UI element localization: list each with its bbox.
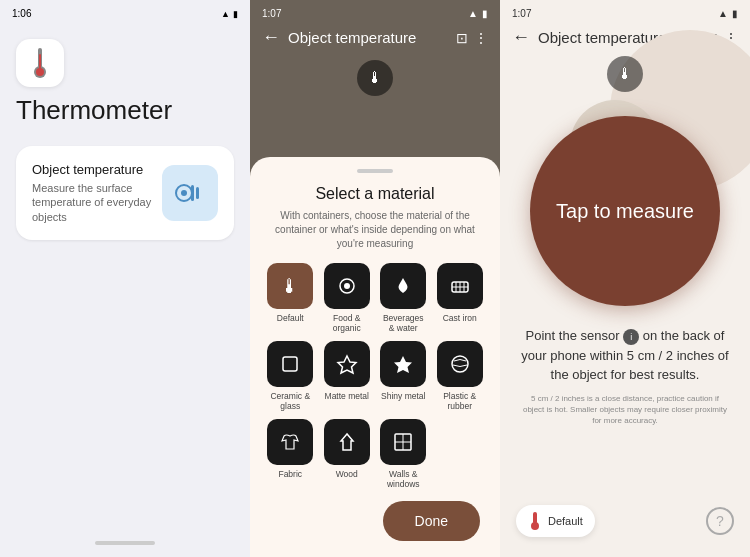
material-item-beverages[interactable]: Beverages & water bbox=[379, 263, 428, 333]
sheet-description: With containers, choose the material of … bbox=[266, 209, 484, 251]
app-title: Thermometer bbox=[16, 95, 234, 126]
material-btn-ceramic[interactable] bbox=[267, 341, 313, 387]
material-btn-wood[interactable] bbox=[324, 419, 370, 465]
material-item-walls[interactable]: Walls & windows bbox=[379, 419, 428, 489]
svg-rect-6 bbox=[196, 187, 199, 199]
material-btn-food[interactable] bbox=[324, 263, 370, 309]
tap-circle-label: Tap to measure bbox=[556, 200, 694, 223]
thermometer-icon bbox=[30, 46, 50, 80]
svg-rect-5 bbox=[191, 185, 194, 201]
default-pill[interactable]: Default bbox=[516, 505, 595, 537]
thermo-indicator-2: 🌡 bbox=[357, 60, 393, 96]
svg-rect-15 bbox=[283, 357, 297, 371]
status-bar-3: 1:07 ▲▮ bbox=[500, 0, 750, 23]
more-icon[interactable]: ⋮ bbox=[474, 30, 488, 46]
material-label-walls: Walls & windows bbox=[379, 469, 428, 489]
default-pill-label: Default bbox=[548, 515, 583, 527]
feature-card-desc: Measure the surface temperature of every… bbox=[32, 181, 162, 224]
thermo-icon-small bbox=[528, 511, 542, 531]
material-label-beverages: Beverages & water bbox=[379, 313, 428, 333]
status-time-2: 1:07 bbox=[262, 8, 281, 19]
material-btn-fabric[interactable] bbox=[267, 419, 313, 465]
material-btn-matte[interactable] bbox=[324, 341, 370, 387]
back-button-2[interactable]: ← bbox=[262, 27, 280, 48]
material-item-matte[interactable]: Matte metal bbox=[323, 341, 372, 411]
material-btn-shiny[interactable] bbox=[380, 341, 426, 387]
svg-point-21 bbox=[531, 522, 539, 530]
material-label-matte: Matte metal bbox=[325, 391, 369, 401]
material-label-shiny: Shiny metal bbox=[381, 391, 425, 401]
status-time-3: 1:07 bbox=[512, 8, 531, 19]
svg-point-3 bbox=[36, 68, 44, 76]
material-item-plastic[interactable]: Plastic & rubber bbox=[436, 341, 485, 411]
status-icons-2: ▲▮ bbox=[468, 8, 488, 19]
svg-point-7 bbox=[181, 190, 187, 196]
panel2-header-title: Object temperature bbox=[288, 29, 456, 46]
material-item-fabric[interactable]: Fabric bbox=[266, 419, 315, 489]
material-label-cast-iron: Cast iron bbox=[443, 313, 477, 323]
material-btn-walls[interactable] bbox=[380, 419, 426, 465]
material-item-shiny[interactable]: Shiny metal bbox=[379, 341, 428, 411]
svg-point-9 bbox=[344, 283, 350, 289]
material-item-food[interactable]: Food & organic bbox=[323, 263, 372, 333]
thermo-badge-3: 🌡 bbox=[607, 56, 643, 92]
thermo-badge-2: 🌡 bbox=[357, 60, 393, 96]
done-button[interactable]: Done bbox=[383, 501, 480, 541]
app-icon-container bbox=[16, 39, 64, 87]
material-item-wood[interactable]: Wood bbox=[323, 419, 372, 489]
status-bar-2: 1:07 ▲▮ bbox=[250, 0, 500, 23]
bottom-bar-1 bbox=[95, 541, 155, 545]
help-icon: ? bbox=[716, 513, 724, 529]
back-button-3[interactable]: ← bbox=[512, 27, 530, 48]
material-sheet: Select a material With containers, choos… bbox=[250, 157, 500, 557]
material-item-ceramic[interactable]: Ceramic & glass bbox=[266, 341, 315, 411]
scan-icon: ⊡ bbox=[456, 30, 468, 46]
status-icons-1: ▲▮ bbox=[221, 9, 238, 19]
sheet-title: Select a material bbox=[266, 185, 484, 203]
panel2-header: ← Object temperature ⊡ ⋮ bbox=[250, 23, 500, 56]
material-label-default: Default bbox=[277, 313, 304, 323]
help-button[interactable]: ? bbox=[706, 507, 734, 535]
material-label-fabric: Fabric bbox=[278, 469, 302, 479]
object-temp-icon bbox=[174, 177, 206, 209]
material-grid: 🌡 Default Food & organic Beverages & wat… bbox=[266, 263, 484, 489]
material-btn-cast-iron[interactable] bbox=[437, 263, 483, 309]
feature-card-object-temp[interactable]: Object temperature Measure the surface t… bbox=[16, 146, 234, 240]
status-bar-1: 1:06 ▲▮ bbox=[0, 0, 250, 23]
material-btn-beverages[interactable] bbox=[380, 263, 426, 309]
panel1-content: Thermometer Object temperature Measure t… bbox=[0, 23, 250, 533]
material-label-plastic: Plastic & rubber bbox=[436, 391, 485, 411]
feature-card-icon bbox=[162, 165, 218, 221]
panel2-header-icons: ⊡ ⋮ bbox=[456, 30, 488, 46]
panel-thermometer-home: 1:06 ▲▮ Thermometer Object temperature M… bbox=[0, 0, 250, 557]
material-item-default[interactable]: 🌡 Default bbox=[266, 263, 315, 333]
material-label-food: Food & organic bbox=[323, 313, 372, 333]
material-btn-plastic[interactable] bbox=[437, 341, 483, 387]
thermo-indicator-3: 🌡 bbox=[607, 56, 643, 92]
svg-rect-2 bbox=[39, 54, 41, 70]
sensor-badge: i bbox=[623, 329, 639, 345]
material-label-ceramic: Ceramic & glass bbox=[266, 391, 315, 411]
feature-card-text: Object temperature Measure the surface t… bbox=[32, 162, 162, 224]
status-time-1: 1:06 bbox=[12, 8, 31, 19]
svg-point-16 bbox=[452, 356, 468, 372]
sheet-handle bbox=[357, 169, 393, 173]
panel-tap-to-measure: 1:07 ▲▮ ← Object temperature ⊡ ⋮ 🌡 Tap t… bbox=[500, 0, 750, 557]
tap-to-measure-button[interactable]: Tap to measure bbox=[530, 116, 720, 306]
panel-select-material: 1:07 ▲▮ ← Object temperature ⊡ ⋮ 🌡 Selec… bbox=[250, 0, 500, 557]
status-icons-3: ▲▮ bbox=[718, 8, 738, 19]
fine-print: 5 cm / 2 inches is a close distance, pra… bbox=[500, 385, 750, 427]
material-item-cast-iron[interactable]: Cast iron bbox=[436, 263, 485, 333]
instruction-text: Point the sensor i on the back of your p… bbox=[500, 326, 750, 385]
material-btn-default[interactable]: 🌡 bbox=[267, 263, 313, 309]
feature-card-title: Object temperature bbox=[32, 162, 162, 177]
panel3-bottom: Default ? bbox=[500, 505, 750, 537]
material-label-wood: Wood bbox=[336, 469, 358, 479]
